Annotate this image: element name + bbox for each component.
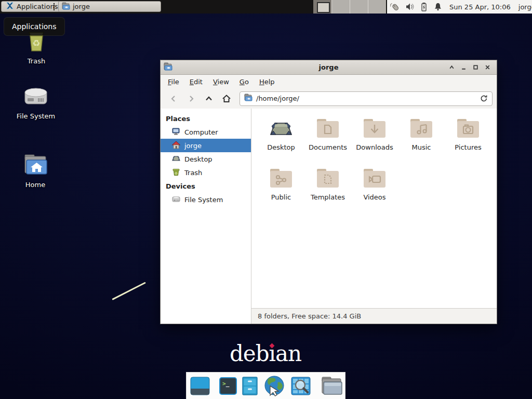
file-item-music[interactable]: Music: [398, 117, 445, 167]
file-item-public[interactable]: Public: [258, 167, 304, 217]
window-body: Places Computer: [161, 109, 497, 324]
username-label[interactable]: jorge: [518, 3, 532, 11]
workspace-4[interactable]: [368, 0, 386, 14]
trash-icon: ♻: [24, 29, 48, 55]
file-item-downloads[interactable]: Downloads: [351, 117, 398, 167]
file-manager-icon[interactable]: [242, 376, 258, 396]
sidebar-item-file-system[interactable]: File System: [161, 193, 251, 206]
system-tray: Sun 25 Apr, 10:06 jorge: [387, 0, 532, 14]
workspace-3[interactable]: [350, 0, 368, 14]
close-button[interactable]: [483, 63, 491, 72]
debian-logo-i: ı: [269, 343, 275, 365]
file-item-label: Videos: [363, 193, 385, 201]
shade-button[interactable]: [447, 63, 456, 72]
workspace-1[interactable]: [313, 0, 331, 14]
back-button[interactable]: [165, 91, 182, 106]
file-manager-window: jorge File Edit View Go Help: [160, 60, 497, 324]
toolbar: /home/jorge/: [161, 88, 497, 109]
file-item-label: Music: [412, 143, 431, 151]
folder-icon: [62, 2, 70, 11]
drive-icon: [22, 84, 49, 110]
statusbar: 8 folders, Free space: 14.4 GiB: [251, 308, 497, 324]
sidebar-item-jorge[interactable]: jorge: [161, 139, 251, 152]
computer-icon: [172, 127, 180, 137]
file-item-desktop[interactable]: Desktop: [258, 117, 304, 167]
maximize-button[interactable]: [471, 63, 480, 72]
mouse-icon[interactable]: [390, 2, 401, 12]
home-button[interactable]: [218, 91, 235, 106]
desktop: Applications jorge: [0, 0, 532, 399]
file-grid[interactable]: Desktop Documents: [251, 109, 497, 308]
statusbar-text: 8 folders, Free space: 14.4 GiB: [258, 312, 361, 320]
sidebar-header-places: Places: [161, 112, 251, 125]
taskbar-window-button[interactable]: jorge: [58, 1, 161, 12]
volume-icon[interactable]: [405, 2, 415, 11]
clock[interactable]: Sun 25 Apr, 10:06: [449, 3, 511, 11]
desktop-icon-label: Home: [25, 181, 45, 189]
workspace-2[interactable]: [331, 0, 350, 14]
workspace-pager[interactable]: [313, 0, 386, 14]
menu-help[interactable]: Help: [254, 76, 280, 87]
file-item-documents[interactable]: Documents: [304, 117, 351, 167]
drive-icon: [172, 195, 180, 205]
reload-icon[interactable]: [480, 95, 488, 102]
sidebar-item-trash[interactable]: ♻ Trash: [161, 166, 251, 179]
file-item-label: Desktop: [267, 143, 295, 151]
web-browser-icon[interactable]: [263, 375, 286, 397]
terminal-icon[interactable]: >_: [219, 377, 237, 395]
sidebar-item-label: Desktop: [184, 155, 212, 163]
battery-icon[interactable]: [419, 2, 429, 11]
file-item-label: Pictures: [455, 143, 481, 151]
up-button[interactable]: [200, 91, 218, 106]
panel-handle[interactable]: [54, 3, 55, 10]
window-controls: [447, 63, 497, 72]
downloads-folder-icon: [362, 117, 387, 142]
svg-text:♻: ♻: [175, 171, 178, 175]
menubar: File Edit View Go Help: [161, 75, 497, 88]
titlebar[interactable]: jorge: [161, 60, 497, 75]
file-item-videos[interactable]: Videos: [351, 167, 398, 217]
dock-folder-icon[interactable]: [321, 377, 342, 395]
desktop-icon-file-system[interactable]: File System: [7, 84, 64, 120]
file-item-label: Public: [271, 193, 291, 201]
menu-edit[interactable]: Edit: [184, 76, 208, 87]
home-icon: [172, 141, 180, 151]
menu-go[interactable]: Go: [234, 76, 254, 87]
main-pane: Desktop Documents: [251, 109, 497, 324]
debian-logo-text: deb: [230, 341, 269, 366]
desktop-icon-trash[interactable]: ♻ Trash: [8, 29, 65, 65]
desktop-icon: [172, 154, 180, 164]
menu-view[interactable]: View: [208, 76, 234, 87]
sidebar-item-label: File System: [184, 196, 223, 204]
debian-logo-text: an: [275, 341, 301, 366]
music-folder-icon: [409, 117, 434, 142]
menu-file[interactable]: File: [163, 76, 184, 87]
file-item-templates[interactable]: Templates: [304, 167, 351, 217]
applications-menu-label: Applications: [17, 3, 58, 10]
sidebar-item-computer[interactable]: Computer: [161, 125, 251, 139]
sidebar: Places Computer: [161, 109, 251, 324]
notifications-bell-icon[interactable]: [433, 2, 443, 11]
path-entry[interactable]: /home/jorge/: [240, 91, 493, 106]
sidebar-item-label: Computer: [184, 128, 218, 136]
public-folder-icon: [269, 167, 294, 192]
desktop-icon-label: File System: [17, 112, 55, 120]
folder-icon: [244, 94, 252, 103]
minimize-button[interactable]: [459, 63, 468, 72]
pictures-folder-icon: [456, 117, 481, 142]
desktop-icon-home[interactable]: Home: [7, 154, 64, 189]
top-panel: Applications jorge: [0, 0, 532, 14]
application-finder-icon[interactable]: [290, 376, 311, 396]
sidebar-item-desktop[interactable]: Desktop: [161, 152, 251, 166]
forward-button[interactable]: [182, 91, 200, 106]
debian-logo: debıan: [214, 343, 317, 365]
file-item-pictures[interactable]: Pictures: [445, 117, 491, 167]
path-value: /home/jorge/: [256, 95, 299, 102]
xfce-logo-icon: [6, 2, 14, 11]
documents-folder-icon: [315, 117, 340, 142]
home-folder-icon: [23, 154, 48, 179]
taskbar-window-label: jorge: [73, 3, 90, 10]
desktop-icon-label: Trash: [28, 57, 45, 65]
file-item-label: Templates: [311, 193, 345, 201]
show-desktop-icon[interactable]: [190, 376, 210, 396]
